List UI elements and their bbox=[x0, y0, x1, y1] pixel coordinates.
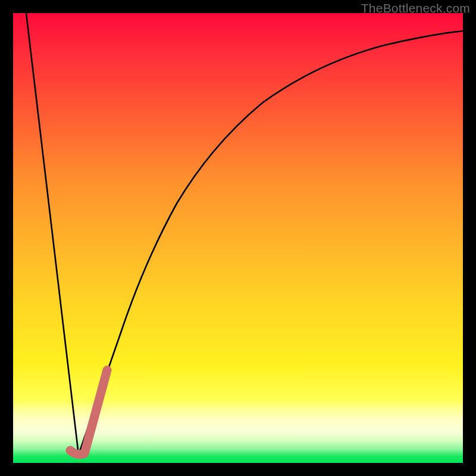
curve-layer bbox=[13, 13, 463, 463]
watermark-text: TheBottleneck.com bbox=[361, 1, 470, 15]
plot-area bbox=[13, 13, 463, 463]
right-curve-line bbox=[79, 31, 463, 455]
hook-overlay-line bbox=[70, 370, 107, 455]
left-descent-line bbox=[26, 13, 79, 455]
chart-frame: TheBottleneck.com bbox=[0, 0, 476, 476]
